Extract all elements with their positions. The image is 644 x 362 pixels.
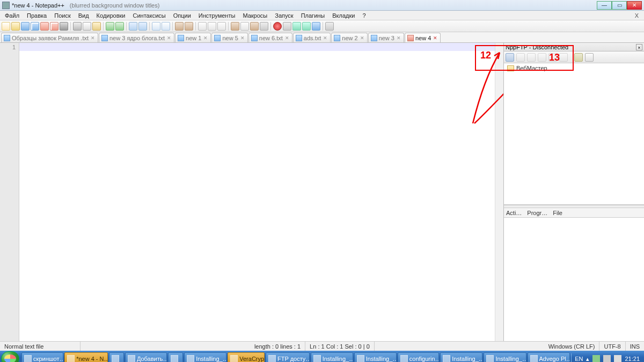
tab-close-icon[interactable]: ✕ [166,35,172,41]
save-icon[interactable] [21,22,30,31]
zoom-in-icon[interactable] [152,22,160,31]
doc-tab[interactable]: Образцы заявок Рамиля .txt✕ [1,33,98,42]
new-file-icon[interactable] [2,22,10,31]
status-mode[interactable]: INS [626,342,644,351]
tab-close-icon[interactable]: ✕ [240,35,245,41]
doc-tab[interactable]: new 3 ядро блога.txt✕ [99,33,174,42]
ftp-log-area[interactable] [504,218,644,341]
taskbar-item[interactable]: Advego Pl… [528,352,570,362]
menu-settings[interactable]: Опции [170,12,195,19]
tab-close-icon[interactable]: ✕ [90,35,96,41]
func-list-icon[interactable] [231,22,239,31]
taskbar-item[interactable]: Installing_… [484,352,526,362]
ftp-col-action[interactable]: Acti… [506,210,522,216]
tab-close-icon[interactable]: ✕ [323,35,328,41]
tab-close-icon[interactable]: ✕ [284,35,290,41]
ftp-col-file[interactable]: File [553,210,562,216]
taskbar-item[interactable]: configurin… [398,352,439,362]
tray-volume-icon[interactable] [614,355,621,362]
status-encoding[interactable]: UTF-8 [599,342,625,351]
menu-window[interactable]: Вкладки [328,12,358,19]
menu-macro[interactable]: Макросы [239,12,271,19]
cut-icon[interactable] [73,22,82,31]
menu-view[interactable]: Вид [75,12,93,19]
background-blur-text: (blurred background window titles) [70,2,597,9]
tray-flag-icon[interactable] [603,355,611,362]
print-icon[interactable] [60,22,68,31]
menu-tools[interactable]: Инструменты [195,12,239,19]
taskbar-item[interactable] [109,352,124,362]
menu-x-button[interactable]: X [631,12,643,19]
open-file-icon[interactable] [11,22,20,31]
close-all-icon[interactable] [50,22,58,31]
macro-play-icon[interactable] [292,22,301,31]
macro-record-icon[interactable] [273,22,282,31]
doc-tab[interactable]: new 3✕ [368,33,404,42]
ftp-tree-view[interactable]: ВебМастер [504,63,644,205]
sync-h-icon[interactable] [185,22,193,31]
undo-icon[interactable] [106,22,114,31]
minimize-button[interactable]: — [597,1,612,10]
maximize-button[interactable]: ▭ [612,1,627,10]
menu-file[interactable]: Файл [1,12,23,19]
doc-tab[interactable]: new 5✕ [211,33,247,42]
taskbar-item[interactable]: Installing_… [354,352,397,362]
indent-guide-icon[interactable] [217,22,226,31]
status-eol[interactable]: Windows (CR LF) [544,342,600,351]
close-button[interactable]: ✕ [627,1,642,10]
zoom-out-icon[interactable] [162,22,170,31]
taskbar-item[interactable]: скриншот… [21,352,63,362]
menu-help[interactable]: ? [358,12,369,19]
taskbar-item[interactable]: Installing_… [311,352,353,362]
taskbar-item-active[interactable]: *new 4 - N… [64,352,108,362]
ftp-settings-icon[interactable] [574,53,583,62]
tray-chevron-icon[interactable]: ▴ [586,356,589,363]
doc-tab[interactable]: new 1✕ [175,33,211,42]
redo-icon[interactable] [115,22,124,31]
menu-plugins[interactable]: Плагины [297,12,329,19]
macro-stop-icon[interactable] [283,22,291,31]
tab-close-icon[interactable]: ✕ [203,35,208,41]
tray-network-icon[interactable] [592,355,600,362]
taskbar-item[interactable]: FTP досту… [266,352,310,362]
tab-close-icon[interactable]: ✕ [433,35,438,41]
menu-edit[interactable]: Правка [23,12,50,19]
doc-tab-active[interactable]: new 4✕ [405,33,441,42]
replace-icon[interactable] [138,22,147,31]
tray-language[interactable]: EN [575,356,583,362]
doc-tab[interactable]: new 2✕ [331,33,367,42]
monitoring-icon[interactable] [260,22,268,31]
wordwrap-icon[interactable] [198,22,207,31]
taskbar-item[interactable]: Добавить… [125,352,167,362]
close-file-icon[interactable] [40,22,49,31]
menu-run[interactable]: Запуск [271,12,297,19]
tab-close-icon[interactable]: ✕ [396,35,401,41]
all-chars-icon[interactable] [208,22,216,31]
taskbar-item[interactable] [168,352,183,362]
doc-tab[interactable]: ads.txt✕ [293,33,331,42]
ftp-col-progress[interactable]: Progr… [527,210,547,216]
ftp-messages-icon[interactable] [585,53,594,62]
text-editor[interactable] [19,43,495,341]
menu-encoding[interactable]: Кодировки [93,12,129,19]
taskbar-item[interactable]: Installing_… [184,352,226,362]
plugin-icon[interactable] [325,22,334,31]
copy-icon[interactable] [83,22,91,31]
macro-save-icon[interactable] [312,22,320,31]
menu-language[interactable]: Синтаксисы [129,12,170,19]
tab-close-icon[interactable]: ✕ [360,35,365,41]
find-icon[interactable] [129,22,137,31]
start-button[interactable] [1,351,19,362]
sync-v-icon[interactable] [175,22,184,31]
paste-icon[interactable] [92,22,101,31]
taskbar-item[interactable]: Installing_… [440,352,482,362]
taskbar-item[interactable]: VeraCrypt [228,352,265,362]
nppftp-close-icon[interactable]: × [636,44,642,50]
folder-workspace-icon[interactable] [250,22,259,31]
menu-search[interactable]: Поиск [50,12,74,19]
tray-clock[interactable]: 21:21 [625,356,640,362]
doc-tab[interactable]: new 6.txt✕ [248,33,292,42]
doc-map-icon[interactable] [240,22,249,31]
macro-play-multi-icon[interactable] [302,22,311,31]
save-all-icon[interactable] [31,22,39,31]
